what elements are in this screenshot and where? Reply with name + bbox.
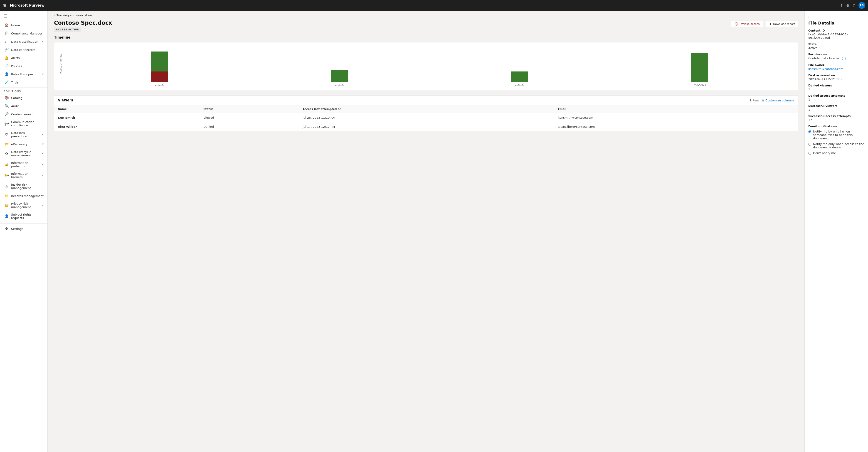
- viewers-table-body: Ken Smith Viewed Jul 26, 2023 11:10 AM k…: [54, 113, 798, 131]
- top-navigation: ⊞ Microsoft Purview ⤴ ⚙ ? LS: [0, 0, 868, 11]
- notif-option-3[interactable]: Don't notify me: [808, 151, 864, 155]
- sidebar-item-roles-scopes[interactable]: 👤 Roles & scopes ∨: [0, 70, 48, 78]
- table-row[interactable]: Alex Wilber Denied Jul 17, 2023 12:12 PM…: [54, 122, 798, 131]
- email-notifications-section: Email notifications Notify me by email w…: [808, 125, 864, 155]
- sidebar-item-records-management[interactable]: 📁 Records management: [0, 192, 48, 200]
- chevron-down-icon: ∨: [42, 143, 44, 146]
- records-icon: 📁: [4, 194, 9, 198]
- notif-radio-3[interactable]: [808, 152, 811, 155]
- sidebar-item-trials[interactable]: 🧪 Trials: [0, 78, 48, 87]
- settings-icon[interactable]: ⚙: [846, 3, 849, 8]
- top-nav-icons: ⤴ ⚙ ? LS: [840, 2, 865, 9]
- sidebar-item-home[interactable]: 🏠 Home: [0, 21, 48, 29]
- customize-columns-button[interactable]: ⊞ Customize columns: [762, 99, 794, 102]
- download-report-button[interactable]: ⬇ Download report: [766, 21, 798, 27]
- content-title-area: Contoso Spec.docx ACCESS ACTIVE: [54, 20, 112, 32]
- header-actions: 🚫 Revoke access ⬇ Download report: [731, 21, 798, 27]
- page-title: Contoso Spec.docx: [54, 20, 112, 26]
- sidebar-item-ediscovery[interactable]: 📂 eDiscovery ∨: [0, 140, 48, 148]
- app-brand: Microsoft Purview: [10, 3, 838, 7]
- sidebar-toggle[interactable]: ☰: [0, 11, 48, 21]
- lifecycle-icon: ♻: [4, 152, 9, 156]
- info-protection-icon: 🔒: [4, 162, 9, 166]
- sidebar-label-data-classification: Data classification: [11, 40, 38, 43]
- bar-group-1: 7/17/23: [70, 46, 250, 83]
- sidebar-item-policies[interactable]: 📄 Policies: [0, 62, 48, 70]
- sidebar-item-compliance-manager[interactable]: 📋 Compliance Manager: [0, 29, 48, 37]
- timeline-chart: Access attempts: [54, 42, 798, 91]
- revoke-access-button[interactable]: 🚫 Revoke access: [731, 21, 763, 27]
- file-owner-value[interactable]: lisasmith@contoso.com: [808, 67, 864, 71]
- home-icon: 🏠: [4, 23, 9, 27]
- sidebar-item-insider-risk[interactable]: ⚠ Insider risk management: [0, 181, 48, 192]
- share-icon[interactable]: ⤴: [840, 3, 842, 8]
- sidebar-item-privacy-risk[interactable]: 🔐 Privacy risk management ∨: [0, 200, 48, 211]
- bar-stack-4: [691, 46, 708, 83]
- right-panel: › File Details Content ID bce6fc04-faa7-…: [804, 11, 868, 452]
- bar-group-4: 7/26/2023: [610, 46, 790, 83]
- sidebar-item-catalog[interactable]: 📚 Catalog: [0, 94, 48, 102]
- sidebar-item-alerts[interactable]: 🔔 Alerts: [0, 54, 48, 62]
- sidebar-item-content-search[interactable]: 🔎 Content search: [0, 110, 48, 118]
- detail-denied-viewers: Denied viewers 1: [808, 84, 864, 91]
- detail-successful-viewers: Successful viewers 1: [808, 104, 864, 111]
- sidebar-item-audit[interactable]: 🔍 Audit: [0, 102, 48, 110]
- bar-green-4: [691, 53, 708, 83]
- cell-status: Denied: [200, 122, 299, 131]
- sidebar-item-data-classification[interactable]: 🏷 Data classification ∨: [0, 37, 48, 45]
- sidebar-item-communication-compliance[interactable]: 💬 Communication compliance: [0, 118, 48, 129]
- sidebar-item-subject-rights[interactable]: 👤 Subject rights requests: [0, 211, 48, 222]
- trials-icon: 🧪: [4, 80, 9, 85]
- bar-green-1: [151, 52, 168, 71]
- panel-title: File Details: [808, 21, 864, 25]
- detail-successful-access: Successful access attempts 17: [808, 115, 864, 122]
- help-icon[interactable]: ?: [853, 3, 855, 8]
- sidebar-item-information-protection[interactable]: 🔒 Information protection ∨: [0, 159, 48, 170]
- sidebar-item-data-lifecycle[interactable]: ♻ Data lifecycle management ∨: [0, 148, 48, 159]
- successful-viewers-label: Successful viewers: [808, 104, 864, 107]
- notif-radio-2[interactable]: [808, 143, 811, 146]
- sidebar-label-settings: Settings: [11, 227, 23, 230]
- sidebar-label-policies: Policies: [11, 64, 22, 68]
- successful-access-value: 17: [808, 118, 864, 122]
- bar-stack-2: [331, 46, 348, 83]
- sidebar-label-roles-scopes: Roles & scopes: [11, 73, 33, 76]
- breadcrumb-chevron: ›: [54, 13, 55, 17]
- chevron-down-icon: ∨: [42, 73, 44, 76]
- first-accessed-value: 2023-07-14T15:21:00Z: [808, 77, 864, 81]
- customize-icon: ⊞: [762, 99, 764, 102]
- viewers-title: Viewers: [58, 98, 73, 102]
- sidebar-label-data-lifecycle: Data lifecycle management: [11, 150, 40, 157]
- denied-viewers-value: 1: [808, 88, 864, 91]
- detail-denied-access: Denied access attempts 1: [808, 94, 864, 101]
- sidebar-item-information-barriers[interactable]: 🚧 Information barriers ∨: [0, 170, 48, 181]
- permissions-info-icon[interactable]: i: [842, 57, 846, 60]
- bar-label-4: 7/26/2023: [693, 84, 706, 87]
- breadcrumb[interactable]: › Tracking and revocation: [48, 11, 804, 20]
- table-row[interactable]: Ken Smith Viewed Jul 26, 2023 11:10 AM k…: [54, 113, 798, 122]
- panel-toggle-button[interactable]: ›: [808, 14, 864, 19]
- cell-status: Viewed: [200, 113, 299, 122]
- info-barriers-icon: 🚧: [4, 173, 9, 177]
- bar-label-3: 7/25/23: [515, 84, 524, 87]
- bar-green-2: [331, 70, 348, 83]
- successful-viewers-value: 1: [808, 108, 864, 111]
- notif-radio-1[interactable]: [808, 130, 811, 133]
- notif-option-1[interactable]: Notify me by email when someone tries to…: [808, 130, 864, 140]
- classification-icon: 🏷: [4, 39, 9, 43]
- waffle-icon[interactable]: ⊞: [3, 3, 6, 8]
- bar-green-3: [511, 71, 528, 83]
- sidebar-item-settings[interactable]: ⚙ Settings: [0, 225, 48, 233]
- notif-option-2[interactable]: Notify me only when access to the docume…: [808, 142, 864, 149]
- file-owner-label: File owner: [808, 64, 864, 67]
- notif-label-1: Notify me by email when someone tries to…: [813, 130, 864, 140]
- notif-label-2: Notify me only when access to the docume…: [813, 142, 864, 149]
- chevron-down-icon: ∨: [42, 152, 44, 155]
- sidebar-item-data-loss-prevention[interactable]: 🛡 Data loss prevention ∨: [0, 129, 48, 140]
- notif-label-3: Don't notify me: [813, 151, 836, 155]
- viewers-meta: 1 item ⊞ Customize columns: [749, 99, 794, 102]
- avatar[interactable]: LS: [859, 2, 865, 9]
- col-name: Name: [54, 105, 200, 113]
- cell-email: kensmith@contoso.com: [554, 113, 798, 122]
- sidebar-item-data-connectors[interactable]: 🔗 Data connectors: [0, 45, 48, 54]
